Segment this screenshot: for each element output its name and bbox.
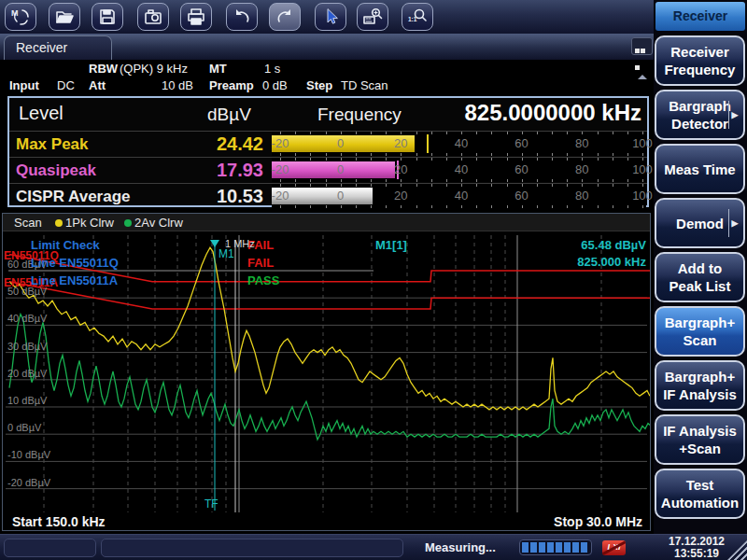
- svg-text:-10 dBµV: -10 dBµV: [7, 449, 51, 460]
- bargraph: -20020406080100: [272, 158, 646, 182]
- detector-value: 17.93: [149, 160, 263, 181]
- rbw-label: RBW: [89, 62, 118, 76]
- meter-header: Level dBµV Frequency 825.0000000 kHz: [9, 98, 647, 131]
- scan-pane: Scan 1Pk Clrw 2Av Clrw 60 dBµV50 dBµV40 …: [2, 213, 651, 531]
- progress-segment: [539, 542, 545, 553]
- bar-scale-label: 60: [501, 189, 543, 203]
- submenu-arrow-icon: ▶: [728, 101, 740, 129]
- window-layout-icon[interactable]: [631, 37, 653, 55]
- scan-pane-header: Scan 1Pk Clrw 2Av Clrw: [3, 214, 650, 231]
- meter-row-cispr-average: CISPR Average10.53-20020406080100: [9, 183, 647, 208]
- svg-text:Line EN55011A: Line EN55011A: [31, 273, 119, 287]
- meter-row-max-peak: Max Peak24.42-20020406080100: [9, 131, 647, 156]
- frequency-value[interactable]: 825.0000000 kHz: [465, 100, 642, 126]
- meter-table: Level dBµV Frequency 825.0000000 kHz Max…: [7, 96, 649, 207]
- preamp-value[interactable]: 0 dB: [262, 78, 288, 92]
- tab-bar: Receiver: [0, 34, 654, 60]
- progress-segment: [530, 542, 537, 553]
- layout-square: [635, 49, 640, 53]
- svg-text:PASS: PASS: [247, 273, 280, 287]
- date-time: 17.12.2012 13:55:19: [654, 536, 740, 560]
- mode-icon[interactable]: M: [5, 3, 36, 31]
- open-icon[interactable]: [49, 3, 80, 31]
- softkey-label: Frequency: [665, 61, 736, 78]
- softkey-label: Demod: [676, 215, 724, 232]
- softkey-label: Add to: [678, 259, 722, 277]
- status-slot-2: [101, 539, 403, 557]
- bar-scale-label: 60: [501, 136, 543, 150]
- status-bar: Measuring... LXI 17.12.2012 13:55:19: [0, 534, 747, 560]
- softkey-add-to-peak-list[interactable]: Add toPeak List: [655, 252, 745, 302]
- open-icon-glyph: [54, 7, 75, 27]
- undo-icon[interactable]: [226, 3, 258, 31]
- bar-ticks-bottom: [272, 179, 646, 182]
- att-value[interactable]: 10 dB: [162, 78, 193, 92]
- rbw-value[interactable]: (QPK) 9 kHz: [120, 62, 188, 76]
- softkey-label: Scan: [684, 331, 717, 349]
- bargraph: -20020406080100: [272, 132, 646, 156]
- mt-label: MT: [209, 62, 227, 76]
- pointer-icon-glyph: [320, 7, 341, 27]
- progress-segment: [572, 542, 579, 553]
- step-value[interactable]: TD Scan: [341, 78, 388, 92]
- softkey-meas-time[interactable]: Meas Time: [655, 144, 745, 194]
- trace1-dot-icon: [55, 219, 63, 227]
- bar-scale-label: -20: [260, 136, 301, 150]
- mt-value[interactable]: 1 s: [264, 62, 280, 76]
- progress-segment: [547, 542, 554, 553]
- keyboard-zoom-icon[interactable]: [357, 3, 388, 31]
- softkey-label: Detector: [671, 115, 728, 133]
- detector-label: Max Peak: [16, 135, 89, 154]
- bar-scale-label: 0: [320, 162, 361, 176]
- scan-plot[interactable]: 60 dBµV50 dBµV40 dBµV30 dBµV20 dBµV10 dB…: [3, 232, 650, 515]
- layout-square: [641, 49, 645, 53]
- undo-icon-glyph: [232, 7, 252, 27]
- level-unit: dBµV: [207, 105, 251, 125]
- legend-trace1: 1Pk Clrw: [55, 216, 114, 230]
- svg-text:30 dBµV: 30 dBµV: [7, 341, 48, 352]
- trace2-label: 2Av Clrw: [134, 216, 183, 230]
- select-pointer-icon[interactable]: [315, 3, 346, 31]
- bar-scale-label: 40: [441, 189, 482, 203]
- time-value: 13:55:19: [654, 548, 740, 560]
- svg-text:-20 dBµV: -20 dBµV: [7, 477, 51, 488]
- bar-scale-label: 60: [501, 162, 543, 176]
- frequency-label: Frequency: [317, 105, 402, 125]
- lxi-status-icon: LXI: [602, 540, 626, 555]
- title-bar: M: [0, 0, 747, 34]
- softkey-label: IF Analysis: [663, 385, 737, 403]
- softkey-bargraph-if-analysis[interactable]: Bargraph+IF Analysis: [655, 360, 745, 411]
- print-icon[interactable]: [180, 3, 212, 31]
- zoom-1to1-icon[interactable]: 1:1: [402, 3, 433, 31]
- instrument-screen: M: [0, 0, 747, 560]
- softkey-if-analysis-scan[interactable]: IF Analysis+Scan: [655, 414, 745, 465]
- softkey-receiver-frequency[interactable]: ReceiverFrequency: [655, 35, 745, 86]
- softkey-demod[interactable]: Demod▶: [655, 198, 745, 248]
- bar-scale-label: 80: [561, 136, 602, 150]
- softkey-bargraph-detector[interactable]: BargraphDetector▶: [655, 90, 745, 140]
- svg-text:10 dBµV: 10 dBµV: [7, 395, 48, 406]
- tab-receiver[interactable]: Receiver: [4, 35, 112, 60]
- print-icon-glyph: [186, 7, 206, 27]
- level-label: Level: [19, 103, 63, 124]
- scan-footer: Start 150.0 kHz Stop 30.0 MHz: [3, 514, 650, 530]
- svg-text:FAIL: FAIL: [247, 256, 274, 270]
- input-value[interactable]: DC: [57, 78, 75, 92]
- bar-ticks-top: [272, 132, 646, 134]
- softkey-label: Meas Time: [664, 161, 735, 178]
- svg-text:40 dBµV: 40 dBµV: [7, 313, 48, 324]
- progress-segment: [522, 542, 529, 553]
- bar-scale-label: -20: [260, 189, 301, 203]
- svg-text:Limit Check: Limit Check: [31, 238, 100, 252]
- bar-ticks-top: [272, 158, 646, 161]
- step-label: Step: [306, 78, 332, 92]
- trace2-dot-icon: [124, 219, 132, 227]
- softkey-bargraph-scan[interactable]: Bargraph+Scan: [655, 306, 745, 357]
- softkey-menu-header[interactable]: Receiver: [655, 2, 745, 31]
- detector-value: 10.53: [149, 186, 263, 207]
- softkey-test-automation[interactable]: TestAutomation: [655, 469, 745, 519]
- save-icon[interactable]: [92, 3, 123, 31]
- svg-text:M1: M1: [218, 247, 234, 260]
- screenshot-icon[interactable]: [137, 3, 169, 31]
- redo-icon[interactable]: [269, 3, 301, 31]
